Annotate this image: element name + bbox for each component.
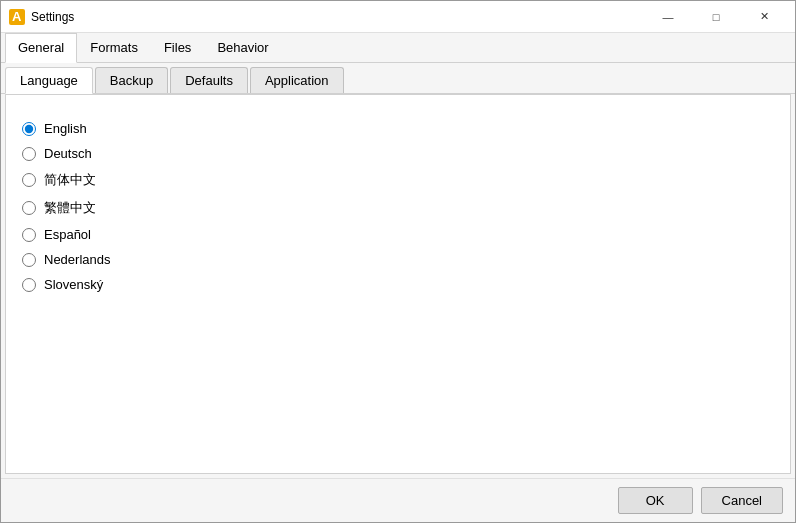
radio-label-nederlands: Nederlands	[44, 252, 111, 267]
settings-window: A Settings — □ ✕ General Formats Files B…	[0, 0, 796, 523]
radio-label-espanol: Español	[44, 227, 91, 242]
radio-label-traditional_chinese: 繁體中文	[44, 199, 96, 217]
tab-defaults[interactable]: Defaults	[170, 67, 248, 93]
menu-files[interactable]: Files	[151, 33, 204, 62]
menu-bar: General Formats Files Behavior	[1, 33, 795, 63]
ok-button[interactable]: OK	[618, 487, 693, 514]
title-bar: A Settings — □ ✕	[1, 1, 795, 33]
menu-behavior[interactable]: Behavior	[204, 33, 281, 62]
app-icon: A	[9, 9, 25, 25]
radio-nederlands[interactable]	[22, 253, 36, 267]
window-controls: — □ ✕	[645, 2, 787, 32]
radio-label-deutsch: Deutsch	[44, 146, 92, 161]
radio-english[interactable]	[22, 122, 36, 136]
menu-general[interactable]: General	[5, 33, 77, 63]
radio-deutsch[interactable]	[22, 147, 36, 161]
radio-item-espanol[interactable]: Español	[22, 225, 774, 244]
language-radio-group: EnglishDeutsch简体中文繁體中文EspañolNederlandsS…	[22, 111, 774, 302]
tab-language[interactable]: Language	[5, 67, 93, 94]
menu-formats[interactable]: Formats	[77, 33, 151, 62]
radio-item-nederlands[interactable]: Nederlands	[22, 250, 774, 269]
tab-bar: Language Backup Defaults Application	[1, 63, 795, 94]
radio-item-english[interactable]: English	[22, 119, 774, 138]
radio-simplified_chinese[interactable]	[22, 173, 36, 187]
radio-item-traditional_chinese[interactable]: 繁體中文	[22, 197, 774, 219]
svg-text:A: A	[12, 9, 22, 24]
radio-item-simplified_chinese[interactable]: 简体中文	[22, 169, 774, 191]
radio-item-deutsch[interactable]: Deutsch	[22, 144, 774, 163]
radio-label-simplified_chinese: 简体中文	[44, 171, 96, 189]
radio-espanol[interactable]	[22, 228, 36, 242]
tab-backup[interactable]: Backup	[95, 67, 168, 93]
radio-label-slovensky: Slovenský	[44, 277, 103, 292]
radio-slovensky[interactable]	[22, 278, 36, 292]
tab-application[interactable]: Application	[250, 67, 344, 93]
radio-traditional_chinese[interactable]	[22, 201, 36, 215]
close-button[interactable]: ✕	[741, 2, 787, 32]
radio-item-slovensky[interactable]: Slovenský	[22, 275, 774, 294]
minimize-button[interactable]: —	[645, 2, 691, 32]
maximize-button[interactable]: □	[693, 2, 739, 32]
footer: OK Cancel	[1, 478, 795, 522]
window-title: Settings	[31, 10, 645, 24]
cancel-button[interactable]: Cancel	[701, 487, 783, 514]
radio-label-english: English	[44, 121, 87, 136]
content-area: EnglishDeutsch简体中文繁體中文EspañolNederlandsS…	[5, 94, 791, 474]
